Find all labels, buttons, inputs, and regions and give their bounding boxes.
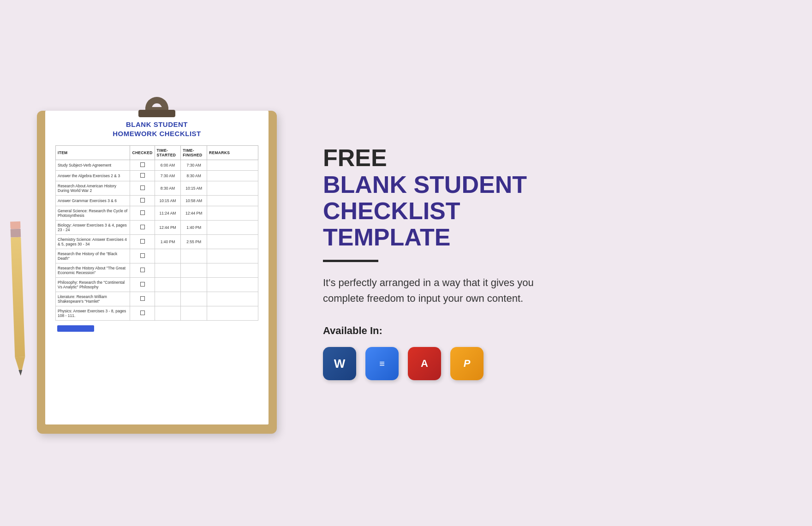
main-container: BLANK STUDENT HOMEWORK CHECKLIST ITEM CH… — [0, 0, 812, 526]
table-row: Biology: Answer Exercises 3 & 4, pages 2… — [56, 221, 258, 235]
title-divider — [323, 260, 378, 262]
row-time-started: 1:40 PM — [155, 235, 181, 249]
table-row: Research About American History During W… — [56, 181, 258, 196]
title-line2: HOMEWORK CHECKLIST — [113, 130, 201, 137]
row-checked — [130, 181, 155, 196]
main-title-line2: CHECKLIST — [323, 197, 460, 224]
docs-icon[interactable]: ≡ — [365, 347, 399, 380]
row-item: Literature: Research William Shakespeare… — [56, 292, 130, 306]
row-item: Research the History of the "Black Death… — [56, 249, 130, 263]
row-item: Philosophy: Research the "Continental Vs… — [56, 278, 130, 292]
main-title: BLANK STUDENT CHECKLIST TEMPLATE — [323, 172, 775, 251]
row-time-started: 10:15 AM — [155, 196, 181, 206]
checklist-paper: BLANK STUDENT HOMEWORK CHECKLIST ITEM CH… — [45, 111, 269, 424]
row-time-started — [155, 249, 181, 263]
table-row: Research the History About "The Great Ec… — [56, 263, 258, 278]
row-remarks — [207, 235, 258, 249]
row-checked — [130, 206, 155, 221]
checkbox[interactable] — [140, 268, 145, 272]
row-time-finished — [181, 263, 207, 278]
row-remarks — [207, 171, 258, 181]
available-label: Available In: — [323, 325, 775, 337]
table-row: Study Subject-Verb Agreement6:00 AM7:30 … — [56, 160, 258, 171]
checkbox[interactable] — [140, 173, 145, 178]
row-remarks — [207, 160, 258, 171]
row-time-finished — [181, 306, 207, 321]
row-time-finished — [181, 278, 207, 292]
row-time-started: 8:30 AM — [155, 181, 181, 196]
row-item: General Science: Research the Cycle of P… — [56, 206, 130, 221]
row-checked — [130, 292, 155, 306]
row-time-finished: 12:44 PM — [181, 206, 207, 221]
row-item: Chemistry Science: Answer Exercises 4 & … — [56, 235, 130, 249]
row-item: Physics: Answer Exercises 3 - 8, pages 1… — [56, 306, 130, 321]
word-icon[interactable]: W — [323, 347, 356, 380]
row-time-finished: 10:15 AM — [181, 181, 207, 196]
row-time-finished: 7:30 AM — [181, 160, 207, 171]
right-panel: FREE BLANK STUDENT CHECKLIST TEMPLATE It… — [314, 146, 775, 381]
table-row: Physics: Answer Exercises 3 - 8, pages 1… — [56, 306, 258, 321]
checkbox[interactable] — [140, 225, 145, 229]
checkbox[interactable] — [140, 296, 145, 301]
main-title-line3: TEMPLATE — [323, 224, 450, 251]
row-time-finished: 10:58 AM — [181, 196, 207, 206]
table-row: Research the History of the "Black Death… — [56, 249, 258, 263]
row-time-finished: 2:55 PM — [181, 235, 207, 249]
checkbox[interactable] — [140, 185, 145, 190]
row-time-started — [155, 292, 181, 306]
blue-bar-decoration — [57, 325, 94, 332]
row-remarks — [207, 221, 258, 235]
row-remarks — [207, 249, 258, 263]
clipboard-clip — [138, 97, 175, 124]
header-item: ITEM — [56, 146, 130, 160]
row-checked — [130, 160, 155, 171]
checkbox[interactable] — [140, 239, 145, 244]
row-remarks — [207, 263, 258, 278]
checkbox[interactable] — [140, 210, 145, 215]
checkbox[interactable] — [140, 162, 145, 167]
row-remarks — [207, 196, 258, 206]
row-remarks — [207, 292, 258, 306]
row-time-started: 7:30 AM — [155, 171, 181, 181]
row-item: Study Subject-Verb Agreement — [56, 160, 130, 171]
header-checked: CHECKED — [130, 146, 155, 160]
row-checked — [130, 306, 155, 321]
row-time-finished — [181, 249, 207, 263]
row-item: Research the History About "The Great Ec… — [56, 263, 130, 278]
pages-icon[interactable]: P — [450, 347, 484, 380]
checklist-table: ITEM CHECKED TIME-STARTED TIME-FINISHED … — [55, 145, 258, 321]
row-item: Biology: Answer Exercises 3 & 4, pages 2… — [56, 221, 130, 235]
main-title-line1: BLANK STUDENT — [323, 171, 527, 198]
row-time-finished: 1:40 PM — [181, 221, 207, 235]
row-time-finished — [181, 292, 207, 306]
row-time-started: 11:24 AM — [155, 206, 181, 221]
free-label: FREE — [323, 146, 775, 170]
row-checked — [130, 249, 155, 263]
clipboard-wrap: BLANK STUDENT HOMEWORK CHECKLIST ITEM CH… — [37, 92, 277, 434]
table-row: Philosophy: Research the "Continental Vs… — [56, 278, 258, 292]
checkbox[interactable] — [140, 282, 145, 287]
row-time-started: 6:00 AM — [155, 160, 181, 171]
row-item: Answer Grammar Exercises 3 & 6 — [56, 196, 130, 206]
row-time-started — [155, 263, 181, 278]
table-row: General Science: Research the Cycle of P… — [56, 206, 258, 221]
table-row: Literature: Research William Shakespeare… — [56, 292, 258, 306]
header-time-started: TIME-STARTED — [155, 146, 181, 160]
row-checked — [130, 221, 155, 235]
row-remarks — [207, 306, 258, 321]
checkbox[interactable] — [140, 198, 145, 203]
row-time-finished: 8:30 AM — [181, 171, 207, 181]
checkbox[interactable] — [140, 253, 145, 258]
pencil-decoration — [9, 221, 27, 379]
row-checked — [130, 196, 155, 206]
header-time-finished: TIME-FINISHED — [181, 146, 207, 160]
row-checked — [130, 171, 155, 181]
clipboard: BLANK STUDENT HOMEWORK CHECKLIST ITEM CH… — [37, 111, 277, 434]
pdf-icon[interactable]: A — [408, 347, 441, 380]
checkbox[interactable] — [140, 311, 145, 315]
app-icons-row: W ≡ A P — [323, 347, 775, 380]
row-remarks — [207, 278, 258, 292]
row-remarks — [207, 181, 258, 196]
table-row: Answer the Algebra Exercises 2 & 37:30 A… — [56, 171, 258, 181]
table-row: Answer Grammar Exercises 3 & 610:15 AM10… — [56, 196, 258, 206]
